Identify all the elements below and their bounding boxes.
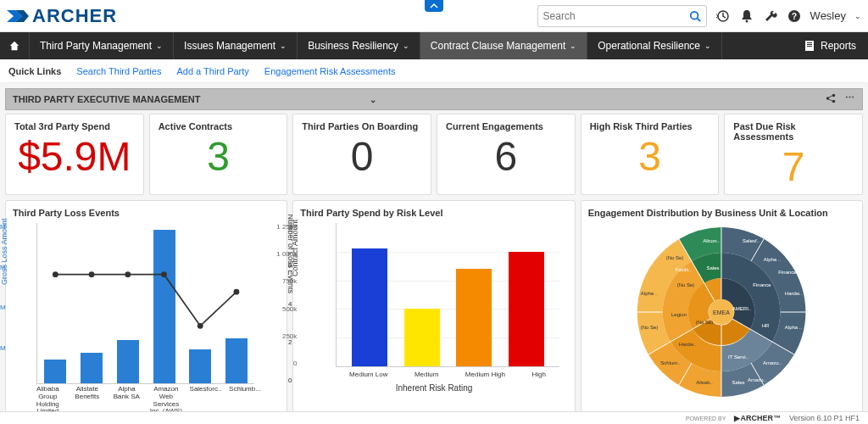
kpi-engagements[interactable]: Current Engagements6 [437,114,576,195]
bell-icon[interactable] [739,8,754,24]
search-box[interactable] [537,5,707,27]
svg-text:AMERI..: AMERI.. [732,306,752,311]
svg-text:HR: HR [762,323,770,328]
kpi-title: Past Due Risk Assessments [733,121,854,142]
svg-point-5 [745,20,748,22]
nav-contract-clause[interactable]: Contract Clause Management⌄ [420,32,587,59]
footer-version: Version 6.10 P1 HF1 [789,414,860,417]
chart-title: Third Party Spend by Risk Level [300,208,567,218]
chevron-down-icon: ⌄ [704,42,711,50]
svg-text:(No Se): (No Se) [677,282,695,287]
svg-line-15 [828,96,832,98]
ql-search-third-parties[interactable]: Search Third Parties [76,66,161,76]
svg-text:Alpha ..: Alpha .. [641,291,659,296]
chevron-down-icon: ⌄ [280,42,287,50]
chart-engagement-dist: Engagement Distribution by Business Unit… [581,200,863,412]
help-icon[interactable]: ? [787,8,802,24]
svg-point-18 [89,271,95,277]
bar [352,248,387,366]
svg-text:Alicon..: Alicon.. [703,238,720,243]
quick-links-label: Quick Links [8,66,61,76]
svg-text:Facilit..: Facilit.. [676,267,692,272]
kpi-title: High Risk Third Parties [590,121,710,131]
svg-point-17 [53,271,58,277]
chart-title: Third Party Loss Events [13,208,280,218]
history-icon[interactable] [715,8,731,24]
section-title: THIRD PARTY EXECUTIVE MANAGEMENT [13,94,200,104]
svg-text:Finance: Finance [754,282,772,287]
sunburst-center-label: EMEA [713,310,730,315]
more-icon[interactable]: ⋯ [845,92,855,106]
search-input[interactable] [543,10,689,22]
y-ticks: 1 250k1 000k750k500k250k0 [268,223,297,367]
nav-home[interactable] [0,32,30,59]
x-ticks: Medium LowMediumMedium HighHigh [336,371,559,378]
svg-line-16 [828,99,832,102]
ql-engagement-risk[interactable]: Engagement Risk Assessments [264,66,396,76]
svg-text:Finance: Finance [779,270,798,275]
brand-text: ARCHER [32,5,117,27]
chevron-up-icon [430,3,438,9]
top-bar: ARCHER ? Wesley ⌄ [0,0,868,32]
section-header: THIRD PARTY EXECUTIVE MANAGEMENT ⌄ ⋯ [5,88,863,110]
footer-brand: ▶ARCHER™ [734,414,781,417]
kpi-past-due[interactable]: Past Due Risk Assessments7 [724,114,863,195]
svg-text:(No Se): (No Se) [696,320,714,325]
ql-add-third-party[interactable]: Add a Third Party [176,66,248,76]
svg-text:Sales: Sales [707,265,720,271]
kpi-title: Active Contracts [159,121,279,131]
svg-text:(No Se): (No Se) [641,325,659,330]
user-chevron-icon[interactable]: ⌄ [854,12,861,20]
user-name[interactable]: Wesley [810,9,846,22]
kpi-value: $5.9M [14,137,135,177]
kpi-value: 7 [733,147,854,187]
nav-label: Issues Management [184,40,275,52]
x-axis-label: Inherent Risk Rating [300,383,567,393]
kpi-row: Total 3rd Party Spend$5.9M Active Contra… [0,114,868,195]
kpi-total-spend[interactable]: Total 3rd Party Spend$5.9M [5,114,144,195]
search-icon[interactable] [689,10,701,22]
chevron-down-icon: ⌄ [156,42,163,50]
footer-powered: POWERED BY [686,416,726,418]
svg-rect-9 [807,42,812,43]
kpi-high-risk[interactable]: High Risk Third Parties3 [581,114,720,195]
svg-point-2 [690,11,698,19]
nav-issues[interactable]: Issues Management⌄ [174,32,298,59]
svg-text:Alisab..: Alisab.. [696,380,713,385]
y-ticks-left: 4.8M3.8M2.6M1.2M [0,223,6,384]
brand-logo: ARCHER [7,5,117,27]
chart-spend-risk: Third Party Spend by Risk Level Contract… [292,200,575,412]
svg-point-22 [234,289,240,295]
top-expand-tab[interactable] [425,0,443,12]
chart2-plot [336,223,559,367]
nav-resiliency[interactable]: Business Resiliency⌄ [298,32,420,59]
kpi-value: 3 [590,137,710,177]
section-dropdown[interactable]: ⌄ [370,95,376,104]
wrench-icon[interactable] [763,8,778,24]
svg-rect-10 [807,44,812,45]
chart-loss-events: Third Party Loss Events Gross Loss Amoun… [5,200,287,412]
nav-label: Third Party Management [40,40,152,52]
bar [456,269,492,366]
svg-point-21 [198,323,203,329]
svg-line-3 [697,18,700,21]
bar [509,252,544,366]
reports-icon [804,40,815,52]
quick-links-bar: Quick Links Search Third Parties Add a T… [0,59,868,83]
svg-point-19 [125,271,131,277]
chart-title: Engagement Distribution by Business Unit… [588,208,855,218]
kpi-title: Total 3rd Party Spend [14,121,135,131]
share-icon[interactable] [825,92,837,106]
svg-text:IT Servi..: IT Servi.. [728,354,748,360]
svg-text:Alpha ..: Alpha .. [785,325,803,330]
nav-label: Contract Clause Management [431,40,565,52]
chevron-down-icon: ⌄ [403,42,409,50]
nav-reports[interactable]: Reports [792,40,868,52]
svg-text:Schlum..: Schlum.. [661,360,682,365]
nav-operational[interactable]: Operational Resilience⌄ [587,32,722,59]
bar [44,360,66,383]
kpi-active-contracts[interactable]: Active Contracts3 [149,114,288,195]
charts-row: Third Party Loss Events Gross Loss Amoun… [0,195,868,417]
kpi-onboarding[interactable]: Third Parties On Boarding0 [292,114,431,195]
nav-third-party[interactable]: Third Party Management⌄ [30,32,174,59]
